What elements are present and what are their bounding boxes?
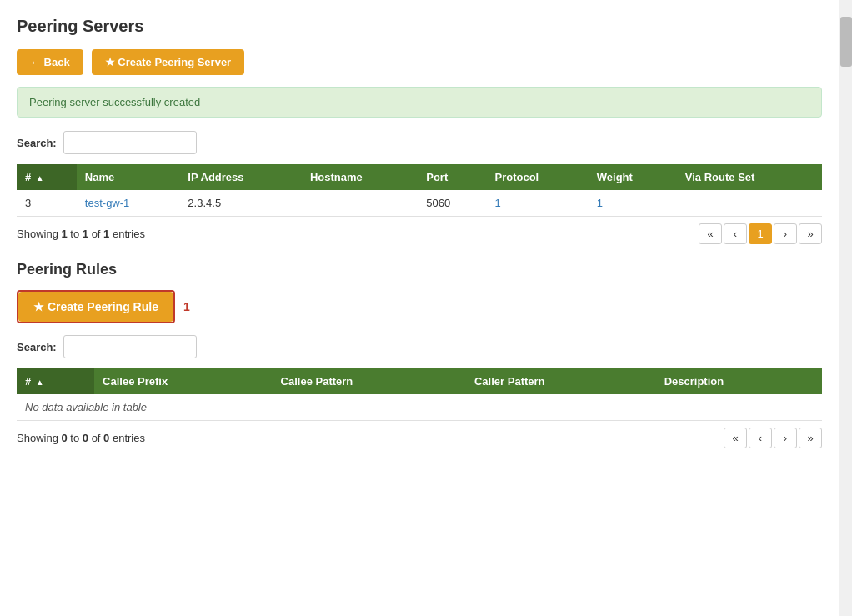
rules-pagination-next[interactable]: › <box>774 428 797 448</box>
cell-port: 5060 <box>418 190 486 217</box>
rules-showing-text: Showing 0 to 0 of 0 entries <box>17 432 145 444</box>
servers-showing-end: 1 <box>83 228 88 240</box>
rules-pagination-buttons: « ‹ › » <box>724 428 822 448</box>
weight-link[interactable]: 1 <box>597 197 603 209</box>
col-header-protocol: Protocol <box>486 164 588 190</box>
name-link[interactable]: test-gw-1 <box>85 197 129 209</box>
rules-no-data-row: No data available in table <box>17 394 822 421</box>
col-header-ip: IP Address <box>179 164 302 190</box>
rules-search-input[interactable] <box>63 335 197 358</box>
rules-showing-total: 0 <box>103 432 109 444</box>
col-header-via-route-set: Via Route Set <box>677 164 822 190</box>
table-row: 3 test-gw-1 2.3.4.5 5060 1 1 <box>17 190 822 217</box>
sort-arrow-id: ▲ <box>36 173 44 183</box>
cell-via-route-set <box>677 190 822 217</box>
toolbar: ← Back ★ Create Peering Server <box>17 49 822 75</box>
pagination-last[interactable]: » <box>799 223 822 244</box>
success-alert: Peering server successfully created <box>17 87 822 118</box>
create-rule-wrapper: ★ Create Peering Rule 1 <box>17 290 822 323</box>
rules-search-row: Search: <box>17 335 822 358</box>
pagination-first[interactable]: « <box>699 223 722 244</box>
rules-col-callee-pattern: Callee Pattern <box>273 368 466 394</box>
servers-pagination-row: Showing 1 to 1 of 1 entries « ‹ 1 › » <box>17 223 822 244</box>
peering-rules-title: Peering Rules <box>17 261 822 278</box>
cell-id: 3 <box>17 190 77 217</box>
rules-col-caller-pattern: Caller Pattern <box>466 368 656 394</box>
rules-showing-start: 0 <box>61 432 67 444</box>
rules-table: # ▲ Callee Prefix Callee Pattern Caller … <box>17 368 822 421</box>
col-header-weight: Weight <box>589 164 677 190</box>
rules-col-header-id: # ▲ <box>17 368 94 394</box>
rules-no-data-cell: No data available in table <box>17 394 822 421</box>
rules-search-label: Search: <box>17 341 57 353</box>
back-button[interactable]: ← Back <box>17 49 83 75</box>
col-header-port: Port <box>418 164 486 190</box>
rules-pagination-last[interactable]: » <box>799 428 822 448</box>
create-peering-rule-button[interactable]: ★ Create Peering Rule <box>18 292 173 322</box>
cell-ip: 2.3.4.5 <box>179 190 302 217</box>
scrollbar-thumb <box>840 17 852 67</box>
col-header-hostname: Hostname <box>302 164 418 190</box>
servers-pagination-buttons: « ‹ 1 › » <box>699 223 822 244</box>
rules-pagination-prev[interactable]: ‹ <box>749 428 772 448</box>
servers-showing-start: 1 <box>61 228 67 240</box>
rules-pagination-row: Showing 0 to 0 of 0 entries « ‹ › » <box>17 428 822 448</box>
protocol-link[interactable]: 1 <box>494 197 500 209</box>
servers-showing-text: Showing 1 to 1 of 1 entries <box>17 228 145 240</box>
servers-table: # ▲ Name IP Address Hostname Port Protoc… <box>17 164 822 217</box>
col-header-name: Name <box>77 164 180 190</box>
rules-sort-arrow: ▲ <box>36 378 44 387</box>
page-title: Peering Servers <box>17 17 822 36</box>
cell-hostname <box>302 190 418 217</box>
servers-search-input[interactable] <box>63 131 197 154</box>
cell-name: test-gw-1 <box>77 190 180 217</box>
cell-weight: 1 <box>589 190 677 217</box>
create-server-button[interactable]: ★ Create Peering Server <box>92 49 244 75</box>
rules-pagination-first[interactable]: « <box>724 428 747 448</box>
create-rule-badge: 1 <box>183 300 190 313</box>
pagination-next[interactable]: › <box>774 223 797 244</box>
scrollbar[interactable] <box>839 0 852 616</box>
servers-search-row: Search: <box>17 131 822 154</box>
col-header-id: # ▲ <box>17 164 77 190</box>
servers-search-label: Search: <box>17 137 57 149</box>
rules-col-callee-prefix: Callee Prefix <box>94 368 273 394</box>
rules-showing-end: 0 <box>83 432 88 444</box>
pagination-page-1[interactable]: 1 <box>749 223 772 244</box>
pagination-prev[interactable]: ‹ <box>724 223 747 244</box>
create-rule-btn-box: ★ Create Peering Rule <box>17 290 175 323</box>
rules-col-description: Description <box>656 368 822 394</box>
cell-protocol: 1 <box>486 190 588 217</box>
servers-showing-total: 1 <box>103 228 109 240</box>
